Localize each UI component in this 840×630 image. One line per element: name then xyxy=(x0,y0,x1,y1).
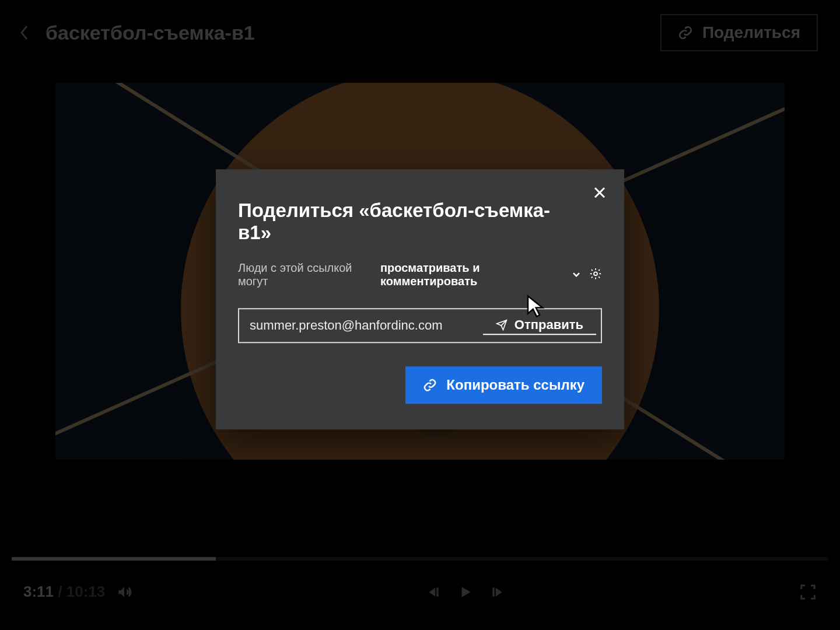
controls-right xyxy=(799,583,817,601)
link-icon xyxy=(678,25,693,40)
close-button[interactable] xyxy=(593,186,607,202)
volume-icon xyxy=(117,584,132,600)
svg-marker-1 xyxy=(429,587,435,596)
svg-marker-3 xyxy=(462,587,471,597)
email-input[interactable] xyxy=(239,309,483,342)
copy-row: Копировать ссылку xyxy=(238,366,602,404)
play-button[interactable] xyxy=(458,584,473,600)
share-button[interactable]: Поделиться xyxy=(660,14,818,51)
controls-left: 3:11 / 10:13 xyxy=(23,583,132,601)
time-total: 10:13 xyxy=(66,583,106,600)
email-row: Отправить xyxy=(238,308,602,343)
back-button[interactable] xyxy=(16,24,33,41)
svg-rect-2 xyxy=(436,587,438,596)
time-separator: / xyxy=(58,583,66,600)
fullscreen-icon xyxy=(799,583,817,601)
player-controls: 3:11 / 10:13 xyxy=(12,557,828,618)
send-button[interactable]: Отправить xyxy=(483,316,596,335)
topbar: баскетбол-съемка-в1 Поделиться xyxy=(0,0,840,66)
link-icon xyxy=(423,378,437,392)
permission-settings-button[interactable] xyxy=(589,267,602,283)
chevron-down-icon xyxy=(572,270,581,279)
copy-link-button[interactable]: Копировать ссылку xyxy=(405,366,602,404)
share-modal: Поделиться «баскетбол-съемка-в1» Люди с … xyxy=(216,169,624,429)
permission-prefix: Люди с этой ссылкой могут xyxy=(238,261,376,288)
svg-marker-5 xyxy=(496,587,502,596)
controls-center xyxy=(426,584,505,600)
share-button-label: Поделиться xyxy=(702,23,800,42)
step-forward-icon xyxy=(489,584,505,600)
volume-button[interactable] xyxy=(117,584,132,600)
close-icon xyxy=(593,186,607,200)
chevron-left-icon xyxy=(19,24,30,41)
time-elapsed: 3:11 xyxy=(23,583,54,600)
step-back-icon xyxy=(426,584,442,600)
svg-rect-4 xyxy=(493,587,495,596)
fullscreen-button[interactable] xyxy=(799,583,817,601)
copy-link-label: Копировать ссылку xyxy=(446,377,584,393)
topbar-left: баскетбол-съемка-в1 xyxy=(16,22,255,44)
send-icon xyxy=(496,319,508,331)
svg-marker-0 xyxy=(118,587,124,597)
send-button-label: Отправить xyxy=(514,317,583,332)
svg-point-8 xyxy=(594,272,597,275)
play-icon xyxy=(458,584,473,600)
prev-frame-button[interactable] xyxy=(426,584,442,600)
page-title: баскетбол-съемка-в1 xyxy=(46,22,255,44)
modal-title: Поделиться «баскетбол-съемка-в1» xyxy=(238,200,602,244)
gear-icon xyxy=(589,267,602,280)
permission-row: Люди с этой ссылкой могут просматривать … xyxy=(238,261,602,288)
progress-bar[interactable] xyxy=(12,557,828,561)
permission-dropdown[interactable]: просматривать и комментировать xyxy=(380,261,567,288)
next-frame-button[interactable] xyxy=(489,584,505,600)
permission-dropdown-toggle[interactable] xyxy=(572,268,581,282)
controls-row: 3:11 / 10:13 xyxy=(12,583,828,618)
time-display: 3:11 / 10:13 xyxy=(23,583,105,601)
progress-fill xyxy=(12,557,216,561)
